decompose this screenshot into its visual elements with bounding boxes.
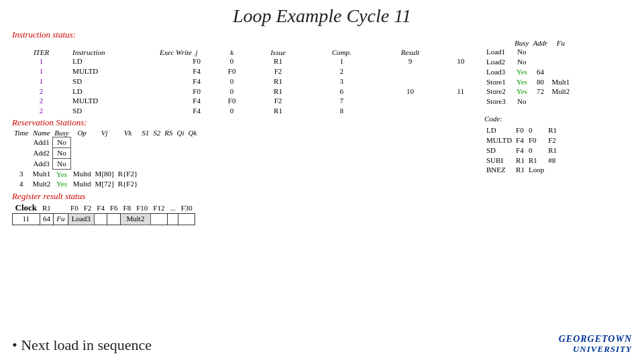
table-row: 1MULTDF4F0F22 — [12, 66, 478, 76]
clock-value: 11 — [13, 214, 40, 225]
reg-col-f12: F12 — [150, 202, 167, 214]
reservation-stations-label: Reservation Stations: — [12, 117, 478, 128]
table-row: 2MULTDF4F0F27 — [12, 96, 478, 106]
rs-col-name: Name — [30, 129, 52, 137]
reg-col-f10: F10 — [133, 202, 150, 214]
fu-row: Load2No — [484, 57, 572, 67]
reg-col-f6: F6 — [107, 202, 121, 214]
reg-col-r1: R1 — [40, 202, 54, 214]
empty-f6 — [107, 214, 121, 225]
rs-col-s2: S2 — [151, 129, 162, 137]
empty-f12 — [150, 214, 167, 225]
col-comp: Comp. — [307, 48, 376, 56]
load3-cell: Load3 — [68, 214, 94, 225]
reg-col-f8: F8 — [121, 202, 134, 214]
reg-col-f30: F30 — [178, 202, 195, 214]
fu-row: Store1Yes80Mult1 — [484, 77, 572, 87]
table-row: 2LDF00R161011 — [12, 86, 478, 97]
fu-row: Store2Yes72Mult2 — [484, 86, 572, 97]
rs-col-vj: Vj — [93, 129, 116, 137]
fu-col-name — [484, 39, 513, 47]
register-result-row: 11 64 Fu Load3 Mult2 — [13, 214, 195, 225]
code-line: SDF40R1 — [484, 145, 559, 156]
reg-col-spacer — [54, 202, 68, 214]
table-row: 1LDF00R11910 — [12, 56, 478, 66]
fu-label: Fu — [54, 214, 68, 225]
rs-col-qi: Qi — [174, 129, 186, 137]
fu-row: Store3No — [484, 97, 572, 107]
logo-line1: GEORGETOWN — [559, 334, 632, 344]
code-line: MULTDF4F0F2 — [484, 135, 559, 145]
instruction-status-label: Instruction status: — [12, 29, 478, 40]
reg-col-f4: F4 — [94, 202, 107, 214]
rs-row: 4Mult2YesMultdM[72]R{F2} — [12, 179, 199, 189]
rs-col-op: Op — [71, 129, 93, 137]
reg-col-f2: F2 — [81, 202, 95, 214]
rs-col-rs: RS — [162, 129, 174, 137]
logo-line2: UNIVERSITY — [559, 345, 632, 354]
col-iter: ITER — [12, 48, 70, 56]
fu-col-addr: Addr — [531, 39, 549, 47]
rs-col-time: Time — [12, 129, 30, 137]
register-status-label: Register result status — [12, 191, 478, 202]
rs-col-vk: Vk — [116, 129, 140, 137]
empty-f30 — [178, 214, 195, 225]
rs-row: Add1No — [12, 137, 199, 148]
col-issue: Issue — [250, 48, 307, 56]
table-row: 2SDF40R18 — [12, 106, 478, 116]
rs-row: Add2No — [12, 147, 199, 158]
code-line: LDF00R1 — [484, 125, 559, 135]
code-line: SUBIR1R1#8 — [484, 156, 559, 166]
r1-value: 64 — [40, 214, 54, 225]
fu-col-fu: Fu — [549, 39, 572, 47]
page-title: Loop Example Cycle 11 — [0, 0, 644, 27]
fu-row: Load3Yes64 — [484, 67, 572, 77]
code-label: Code: — [484, 115, 502, 123]
bullet-text: • Next load in sequence — [12, 337, 152, 354]
rs-row: Add3No — [12, 158, 199, 169]
reg-col-f0: F0 — [68, 202, 81, 214]
code-line: BNEZR1Loop — [484, 165, 559, 175]
col-result: Result — [376, 48, 443, 56]
col-k: k — [214, 48, 250, 56]
reg-col-clock: Clock — [13, 202, 40, 214]
mult2-cell: Mult2 — [121, 214, 151, 225]
empty-f4 — [94, 214, 107, 225]
rs-col-qk: Qk — [186, 129, 199, 137]
exec-write-header: Exec Write — [160, 48, 192, 56]
table-row: 1SDF40R13 — [12, 76, 478, 86]
rs-col-busy: Busy — [52, 129, 70, 137]
reg-col-ellipsis: ... — [167, 202, 178, 214]
rs-row: 3Mult1YesMultdM[80]R{F2} — [12, 169, 199, 179]
fu-col-busy: Busy — [513, 39, 531, 47]
fu-row: Load1No — [484, 47, 572, 57]
empty-ellipsis — [167, 214, 178, 225]
rs-col-s1: S1 — [140, 129, 151, 137]
university-logo: GEORGETOWN UNIVERSITY — [559, 334, 632, 354]
